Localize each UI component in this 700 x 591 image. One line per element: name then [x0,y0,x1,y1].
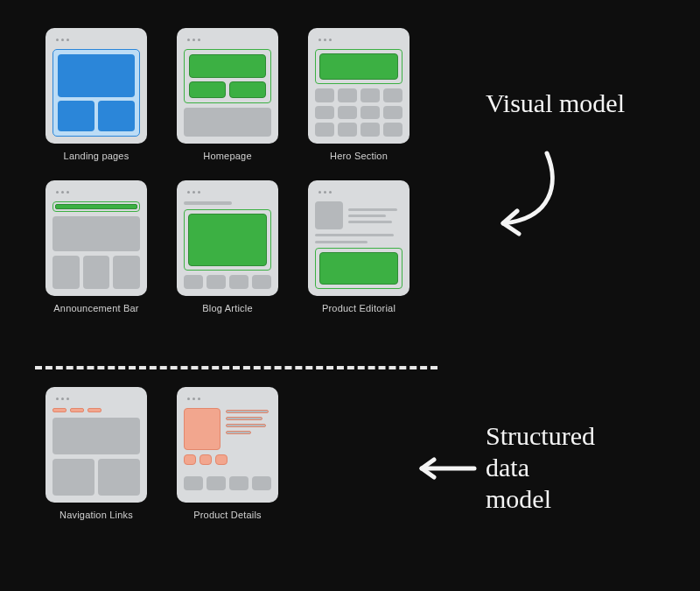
card-label: Homepage [203,151,251,165]
card-product-editorial [308,180,410,296]
cell-announcement-bar: Announcement Bar [40,180,152,324]
card-label: Announcement Bar [53,303,138,317]
left-arrow-icon [411,455,481,482]
card-product-details [177,387,278,503]
cell-landing-pages: Landing pages [40,28,152,172]
card-label: Product Details [193,510,262,524]
card-landing-pages [46,28,147,144]
heading-visual-model: Visual model [486,88,625,119]
card-label: Product Editorial [322,303,396,317]
cell-product-details: Product Details [172,387,284,531]
card-label: Blog Article [202,303,252,317]
card-hero-section [308,28,410,144]
card-announcement-bar [46,180,147,296]
card-blog-article [177,180,278,296]
section-divider [35,366,438,369]
card-label: Hero Section [330,151,388,165]
curved-arrow-icon [477,144,582,250]
heading-structured-data-model: Structured data model [486,420,595,515]
cell-homepage: Homepage [172,28,284,172]
cell-blog-article: Blog Article [172,180,284,324]
structured-data-grid: Navigation Links [40,387,284,531]
cell-navigation-links: Navigation Links [40,387,152,531]
diagram-canvas: Landing pages [0,0,700,591]
card-label: Landing pages [64,151,130,165]
card-navigation-links [46,387,147,503]
visual-model-grid: Landing pages [40,28,415,324]
card-homepage [177,28,278,144]
cell-product-editorial: Product Editorial [303,180,415,324]
cell-hero-section: Hero Section [303,28,415,172]
card-label: Navigation Links [60,510,133,524]
